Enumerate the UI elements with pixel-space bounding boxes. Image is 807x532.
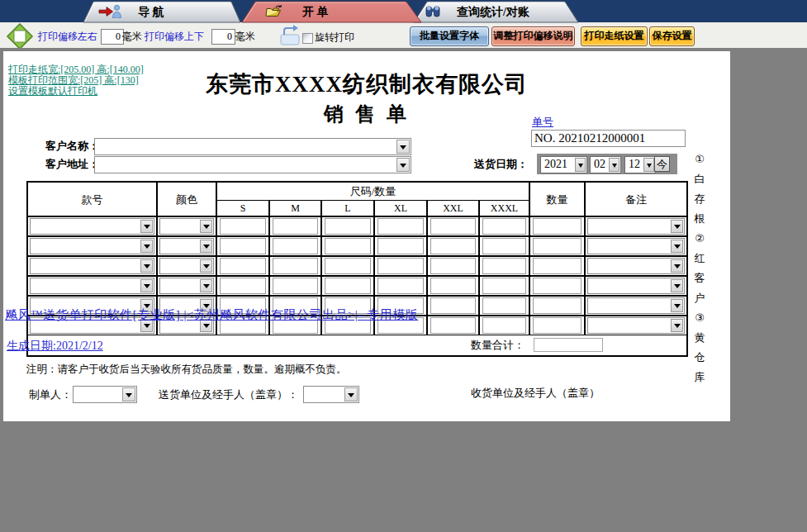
navigation-diamond-icon[interactable] <box>6 23 34 50</box>
size-l-input[interactable] <box>325 258 371 274</box>
size-xl-input[interactable] <box>377 278 424 294</box>
item-row <box>27 276 687 296</box>
qty-input[interactable] <box>533 218 582 235</box>
delivery-note-paper: 打印走纸宽:[205.00] 高:[140.00] 模板打印范围宽:[205] … <box>3 51 730 421</box>
qty-input[interactable] <box>533 278 582 294</box>
qty-input[interactable] <box>533 317 582 334</box>
tab-bar: 导 航 查询统计/对账 开 单 <box>0 0 807 23</box>
rotate-print-label: 旋转打印 <box>315 31 354 43</box>
combo-arrow-button[interactable] <box>609 158 619 172</box>
tab-navigation[interactable]: 导 航 <box>83 2 240 22</box>
size-l-input[interactable] <box>325 218 371 235</box>
color-combobox[interactable] <box>159 278 214 294</box>
remark-combobox[interactable] <box>587 278 685 294</box>
generated-date-label[interactable]: 生成日期:2021/2/12 <box>7 339 103 354</box>
remark-combobox[interactable] <box>587 218 685 235</box>
copy-char: 户 <box>691 292 708 304</box>
item-no-combobox[interactable] <box>30 218 154 235</box>
combo-arrow-button[interactable] <box>140 279 153 292</box>
size-xxl-input[interactable] <box>430 278 476 294</box>
item-no-combobox[interactable] <box>30 258 154 274</box>
size-xxl-input[interactable] <box>430 258 476 274</box>
size-m-input[interactable] <box>273 238 318 254</box>
combo-arrow-button[interactable] <box>122 387 135 401</box>
qty-total-input[interactable] <box>534 338 603 352</box>
order-no-input[interactable]: NO. 20210212000001 <box>531 130 686 147</box>
combo-arrow-button[interactable] <box>396 158 410 172</box>
color-combobox[interactable] <box>159 258 214 274</box>
color-combobox[interactable] <box>159 218 214 235</box>
size-xl-input[interactable] <box>377 238 424 254</box>
size-xxl-input[interactable] <box>430 218 476 235</box>
size-xxl-input[interactable] <box>430 297 476 314</box>
combo-arrow-button[interactable] <box>396 140 410 154</box>
size-xxxl-input[interactable] <box>482 297 526 314</box>
combo-arrow-button[interactable] <box>200 259 212 273</box>
combo-arrow-button[interactable] <box>671 319 683 332</box>
combo-arrow-button[interactable] <box>671 299 683 312</box>
offset-lr-input[interactable]: 0 <box>101 29 124 45</box>
save-settings-button[interactable]: 保存设置 <box>649 26 695 46</box>
toolbar: 打印偏移左右 0 毫米 打印偏移上下 0 毫米 旋转打印 批量设置字体 调整打印… <box>0 23 807 49</box>
adjust-offset-help-button[interactable]: 调整打印偏移说明 <box>491 26 575 46</box>
combo-arrow-button[interactable] <box>200 279 212 292</box>
combo-arrow-button[interactable] <box>671 279 683 292</box>
size-m-input[interactable] <box>273 218 318 235</box>
qty-input[interactable] <box>533 297 582 314</box>
deliverer-label: 送货单位及经手人（盖章）： <box>159 389 298 401</box>
remark-combobox[interactable] <box>587 317 685 334</box>
size-xxxl-input[interactable] <box>482 238 526 254</box>
color-combobox[interactable] <box>159 238 214 254</box>
offset-ud-input[interactable]: 0 <box>211 29 235 45</box>
date-month-combobox[interactable]: 02 <box>590 156 621 173</box>
combo-arrow-button[interactable] <box>344 387 358 401</box>
size-s-input[interactable] <box>220 218 266 235</box>
size-xxxl-input[interactable] <box>482 317 526 334</box>
combo-arrow-button[interactable] <box>671 240 683 253</box>
size-xl-input[interactable] <box>377 218 424 235</box>
combo-arrow-button[interactable] <box>140 259 153 273</box>
maker-combobox[interactable] <box>73 386 137 403</box>
size-xxl-input[interactable] <box>430 238 476 254</box>
size-xxxl-input[interactable] <box>482 278 526 294</box>
qty-input[interactable] <box>533 238 582 254</box>
tab-query-statistics[interactable]: 查询统计/对账 <box>414 2 578 22</box>
qty-input[interactable] <box>533 258 582 274</box>
combo-arrow-button[interactable] <box>575 158 586 172</box>
combo-arrow-button[interactable] <box>140 220 153 233</box>
item-no-combobox[interactable] <box>30 278 154 294</box>
combo-arrow-button[interactable] <box>140 240 153 253</box>
size-s-input[interactable] <box>220 258 266 274</box>
remark-combobox[interactable] <box>587 258 685 274</box>
size-l-input[interactable] <box>325 278 371 294</box>
customer-addr-combobox[interactable] <box>94 156 411 173</box>
size-xxxl-input[interactable] <box>482 258 526 274</box>
combo-arrow-button[interactable] <box>200 220 212 233</box>
remark-combobox[interactable] <box>587 238 685 254</box>
tab-create-order[interactable]: 开 单 <box>242 2 421 22</box>
customer-name-combobox[interactable] <box>94 138 411 155</box>
date-day-combobox[interactable]: 12 <box>624 156 656 173</box>
today-button[interactable]: 今 <box>654 156 670 172</box>
size-m-input[interactable] <box>273 258 318 274</box>
deliverer-combobox[interactable] <box>303 386 359 403</box>
item-no-combobox[interactable] <box>30 238 154 254</box>
size-xxxl-input[interactable] <box>482 218 526 235</box>
size-s-input[interactable] <box>220 278 266 294</box>
combo-arrow-button[interactable] <box>671 259 683 273</box>
paper-feed-settings-button[interactable]: 打印走纸设置 <box>581 26 648 46</box>
app-window: 导 航 查询统计/对账 开 单 <box>0 0 807 532</box>
size-m-input[interactable] <box>273 278 318 294</box>
size-l-input[interactable] <box>325 238 371 254</box>
combo-arrow-button[interactable] <box>200 240 212 253</box>
date-year-combobox[interactable]: 2021 <box>540 156 587 173</box>
receiver-label: 收货单位及经手人（盖章） <box>471 387 600 399</box>
combo-arrow-button[interactable] <box>643 158 654 172</box>
size-xl-input[interactable] <box>377 258 424 274</box>
size-s-input[interactable] <box>220 238 266 254</box>
batch-font-button[interactable]: 批量设置字体 <box>410 26 489 46</box>
rotate-print-checkbox[interactable] <box>302 33 313 44</box>
size-xxl-input[interactable] <box>430 317 476 334</box>
combo-arrow-button[interactable] <box>671 220 683 233</box>
remark-combobox[interactable] <box>587 297 685 314</box>
